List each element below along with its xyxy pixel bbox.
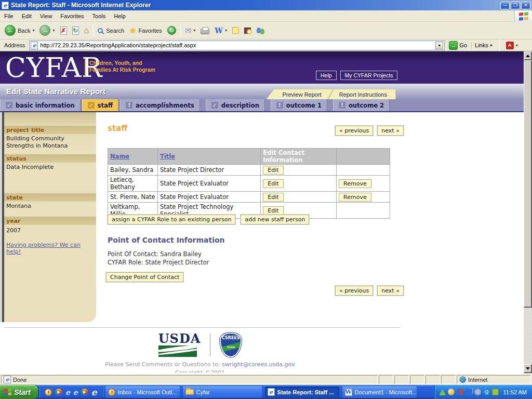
ie-mail-quicklaunch-icon[interactable]: e [65,389,70,396]
pdf-dropdown-icon[interactable]: ▾ [516,43,518,48]
address-url[interactable]: http://72.29.23.35/ReportingApplication/… [40,42,433,48]
staff-title: State Project Evaluator [157,192,260,203]
address-input[interactable]: e http://72.29.23.35/ReportingApplicatio… [29,41,445,50]
back-icon: ← [5,25,16,36]
edit-button[interactable]: Edit [263,179,283,188]
scroll-down-button[interactable] [524,364,532,373]
mail-button[interactable]: ✉ ▾ [182,25,198,36]
tab-outcome-2[interactable]: ! outcome 2 [333,99,390,111]
mail-dropdown-icon[interactable]: ▾ [193,28,195,33]
vertical-scrollbar[interactable] [524,51,532,374]
edit-button[interactable]: Edit [263,206,283,215]
print-button[interactable] [198,25,212,35]
scroll-up-button[interactable] [524,51,532,60]
search-icon [98,28,103,33]
tab-description[interactable]: ✓ description [206,99,265,111]
assign-role-button[interactable]: assign a CYFAR Role to an existing perso… [108,215,235,224]
tray-volume-icon[interactable] [474,389,481,395]
tray-quicktime-icon[interactable]: Q [483,389,490,395]
forward-button[interactable]: → ▾ [37,24,57,37]
status-message: e Done [1,375,378,384]
edit-button[interactable]: Edit [263,166,283,175]
go-button[interactable]: → Go [447,41,469,50]
history-button[interactable]: ↻ [165,25,179,36]
word-icon: W [215,26,223,35]
address-dropdown-button[interactable]: ▾ [435,42,443,49]
favorites-button[interactable]: ★ Favorites [127,25,165,36]
internet-explorer-quicklaunch-icon[interactable]: e [91,389,97,396]
adobe-pdf-button[interactable]: A ▾ [503,41,521,50]
task-label: Inbox - Microsoft Outl... [118,389,177,395]
tab-basic-information[interactable]: ✓ basic information [0,99,81,111]
comments-email-link[interactable]: swright@csrees.usda.gov [222,361,295,368]
menu-favorites[interactable]: Favorites [56,11,88,21]
help-button[interactable]: Help [316,71,337,80]
up-arrow-icon [526,55,530,57]
tray-outlook-icon[interactable] [448,389,455,395]
my-cyfar-projects-button[interactable]: My CYFAR Projects [340,71,398,80]
favorites-icon: ★ [129,26,136,35]
menu-view[interactable]: View [36,11,57,21]
refresh-button[interactable]: ↻ [70,25,82,36]
discuss-icon [232,27,239,34]
tray-sync-icon[interactable] [457,389,463,395]
add-staff-button[interactable]: add new staff person [241,215,309,224]
menu-tools[interactable]: Tools [88,11,110,21]
task-state-report[interactable]: e State Report: Staff ... [265,387,339,398]
stop-icon: ✗ [60,26,67,35]
ie-quicklaunch-icon[interactable]: e [73,389,78,396]
task-cyfar-folder[interactable]: Cyfar [183,387,262,398]
report-instructions-tab[interactable]: Report Instructions [331,91,395,98]
links-button[interactable]: Links » [471,42,496,48]
close-button[interactable]: ✕ [521,2,530,9]
tray-network-icon[interactable] [466,389,472,395]
back-button[interactable]: ← Back ▾ [2,24,37,37]
remove-button[interactable]: Remove [339,193,371,202]
outlook-quicklaunch-icon[interactable] [45,389,52,396]
preview-report-tab[interactable]: Preview Report [274,91,329,98]
edit-with-word-button[interactable]: W ▾ [212,25,230,36]
menu-edit[interactable]: Edit [18,11,36,21]
discuss-button[interactable] [230,26,242,35]
tab-accomplishments[interactable]: ! accomplishments [120,99,200,111]
next-button-top[interactable]: next » [377,126,404,136]
sidebar: project title Building Community Strengt… [4,112,96,322]
help-problems-link[interactable]: Having problems? We can help! [6,242,96,255]
forward-dropdown-icon[interactable]: ▾ [52,28,55,33]
task-word-document[interactable]: W Document1 - Microsoft... [342,387,417,398]
research-button[interactable] [242,26,254,35]
previous-button-top[interactable]: « previous [335,126,373,136]
usda-wordmark: USDA [158,333,201,344]
stop-button[interactable]: ✗ [58,25,70,36]
year-label: year [4,217,96,225]
tab-outcome-1[interactable]: ! outcome 1 [271,99,327,111]
start-button[interactable]: Start [0,385,38,399]
home-button[interactable]: ⌂ [82,25,92,36]
staff-title: State Project Evaluator [157,176,260,192]
edit-button[interactable]: Edit [263,193,283,202]
media-quicklaunch-icon[interactable]: ▶ [55,389,62,396]
task-inbox-outlook[interactable]: Inbox - Microsoft Outl... [105,387,180,398]
scrollbar-thumb[interactable] [524,60,532,308]
restore-button[interactable]: ❐ [511,2,520,9]
menu-file[interactable]: File [0,11,18,21]
down-arrow-icon [526,367,530,370]
menu-help[interactable]: Help [110,11,130,21]
back-dropdown-icon[interactable]: ▾ [32,28,34,33]
remove-button[interactable]: Remove [339,179,371,188]
internet-globe-icon [459,376,466,383]
tray-display-icon[interactable] [492,389,499,395]
status-text: Done [13,377,26,383]
previous-button-bottom[interactable]: « previous [335,286,373,296]
tray-safely-remove-icon[interactable] [439,389,446,395]
change-poc-button[interactable]: Change Point of Contact [106,272,183,282]
sort-by-title-link[interactable]: Title [160,153,175,160]
next-button-bottom[interactable]: next » [377,286,404,296]
search-button[interactable]: Search [95,26,127,35]
player-quicklaunch-icon[interactable]: ▶ [81,389,88,396]
minimize-button[interactable]: ─ [500,2,510,9]
sort-by-name-link[interactable]: Name [110,153,129,160]
tab-staff[interactable]: ✓ staff [82,99,118,111]
word-dropdown-icon[interactable]: ▾ [225,28,227,33]
messenger-button[interactable] [254,25,268,35]
